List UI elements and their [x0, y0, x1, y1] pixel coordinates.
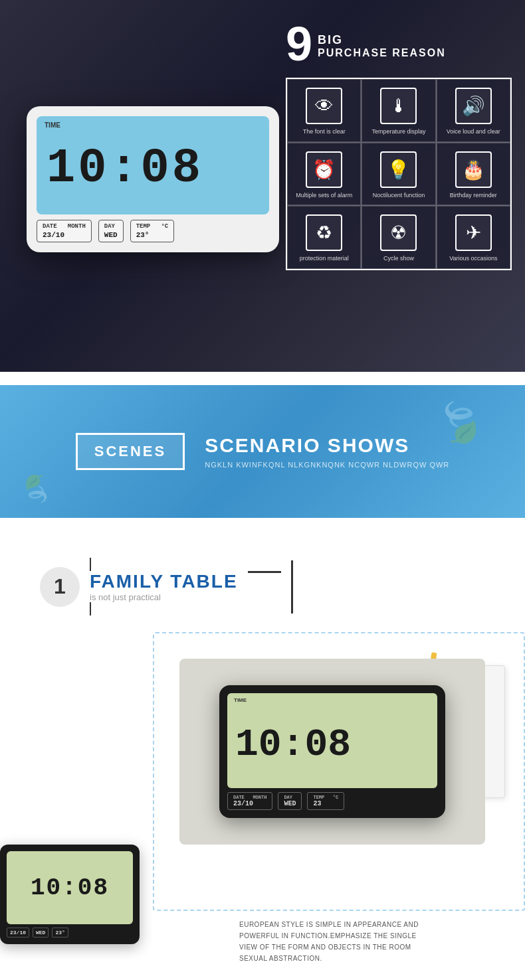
reason-cell-font: 👁 The font is clear — [287, 79, 361, 142]
small-date-cell: 23/10 — [7, 928, 29, 938]
temp-value: 23° — [136, 231, 150, 239]
reason-font-label: The font is clear — [303, 128, 346, 136]
scenario-content: SCENES SCENARIO SHOWS NGKLN KWINFKQNL NL… — [76, 433, 450, 470]
description-text: EUROPEAN STYLE IS SIMPLE IN APPEARANCE A… — [239, 921, 419, 962]
reason-cell-noctilucent: 💡 Noctilucent function — [362, 143, 435, 206]
main-product-image: TIME 10:08 DATE MONTH 23/10 DAY WED TEMP… — [179, 659, 485, 845]
family-number-line-top — [90, 558, 91, 571]
time-label: TIME — [45, 122, 60, 129]
purchase-title: 9 BIG PURCHASE REASON — [286, 20, 512, 68]
clock-temp-cell: TEMP °C 23° — [130, 220, 175, 242]
small-clock-time: 10:08 — [31, 874, 109, 902]
hero-clock-area: TIME 10:08 DATE MONTH 23/10 DAY WED TEMP… — [13, 53, 292, 305]
black-clock-screen: TIME 10:08 — [227, 693, 437, 788]
cake-icon: 🎂 — [455, 151, 492, 188]
black-temp-value: 23 — [313, 800, 321, 807]
leaf-bottom-icon: 🍃 — [15, 469, 57, 509]
black-day-cell: DAY WED — [278, 792, 302, 810]
reason-cell-voice: 🔊 Voice loud and clear — [437, 79, 510, 142]
title-horizontal-line — [248, 571, 281, 573]
cycle-icon: ☢ — [380, 214, 417, 251]
scenario-text-block: SCENARIO SHOWS NGKLN KWINFKQNL NLKGNKNQN… — [205, 434, 449, 469]
day-value: WED — [104, 231, 118, 239]
black-temp-cell: TEMP °C 23 — [307, 792, 344, 810]
small-temp-cell: 23° — [52, 928, 68, 938]
purchase-grid: 9 BIG PURCHASE REASON 👁 The font is clea… — [286, 20, 512, 270]
family-title: FAMILY TABLE — [90, 571, 238, 592]
clock-device-white: TIME 10:08 DATE MONTH 23/10 DAY WED TEMP… — [27, 106, 279, 252]
product-description: EUROPEAN STYLE IS SIMPLE IN APPEARANCE A… — [239, 919, 425, 964]
date-value: 23/10 — [43, 231, 64, 239]
alarm-icon: ⏰ — [306, 151, 342, 188]
black-clock-time: 10:08 — [235, 726, 351, 764]
family-section: 1 FAMILY TABLE is not just practical — [0, 531, 525, 632]
scenes-label: SCENES — [94, 443, 166, 459]
reason-cell-occasions: ✈ Various occasions — [437, 206, 510, 269]
scenes-box: SCENES — [76, 433, 185, 470]
day-label: DAY — [104, 223, 118, 230]
clock-bottom-row: DATE MONTH 23/10 DAY WED TEMP °C 23° — [37, 220, 269, 242]
speaker-icon: 🔊 — [455, 88, 492, 124]
family-title-block: FAMILY TABLE is not just practical — [90, 571, 238, 602]
light-icon: 💡 — [380, 151, 417, 188]
family-subtitle: is not just practical — [90, 592, 238, 602]
reason-cell-protection: ♻ protection material — [287, 206, 361, 269]
temp-label: TEMP °C — [136, 223, 169, 230]
reason-cycle-label: Cycle show — [383, 255, 414, 263]
reason-birthday-label: Birthday reminder — [450, 192, 497, 200]
scenario-section: 🍃 🍃 SCENES SCENARIO SHOWS NGKLN KWINFKQN… — [0, 385, 525, 518]
black-day-value: WED — [284, 800, 296, 807]
reason-noctilucent-label: Noctilucent function — [373, 192, 425, 200]
reason-protection-label: protection material — [300, 255, 349, 263]
reason-temp-label: Temperature display — [371, 128, 425, 136]
clock-date-cell: DATE MONTH 23/10 — [37, 220, 92, 242]
recycle-icon: ♻ — [306, 214, 342, 251]
reason-cell-temperature: 🌡 Temperature display — [362, 79, 435, 142]
scenario-subtitle: NGKLN KWINFKQNL NLKGNKNQNK NCQWR NLDWRQW… — [205, 461, 449, 469]
black-clock-time-label: TIME — [234, 697, 247, 703]
reason-occasions-label: Various occasions — [449, 255, 497, 263]
family-number-circle: 1 — [40, 567, 80, 607]
eye-icon: 👁 — [306, 88, 342, 124]
purchase-reason-label: PURCHASE REASON — [318, 47, 446, 59]
thermometer-icon: 🌡 — [380, 88, 417, 124]
hero-section: TIME 10:08 DATE MONTH 23/10 DAY WED TEMP… — [0, 0, 525, 372]
black-date-cell: DATE MONTH 23/10 — [227, 792, 272, 810]
reason-alarm-label: Multiple sets of alarm — [296, 192, 352, 200]
title-vertical-line — [291, 560, 293, 613]
reasons-grid: 👁 The font is clear 🌡 Temperature displa… — [286, 78, 512, 270]
reason-cell-cycle: ☢ Cycle show — [362, 206, 435, 269]
plane-icon: ✈ — [455, 214, 492, 251]
purchase-number: 9 — [286, 20, 312, 68]
small-day-cell: WED — [33, 928, 49, 938]
clock-screen: TIME 10:08 — [37, 116, 269, 214]
black-clock-bottom: DATE MONTH 23/10 DAY WED TEMP °C 23 — [227, 792, 437, 810]
family-number: 1 — [54, 574, 66, 599]
family-number-row: 1 FAMILY TABLE is not just practical — [40, 558, 525, 615]
reason-cell-birthday: 🎂 Birthday reminder — [437, 143, 510, 206]
clock-time-display: 10:08 — [47, 145, 203, 193]
date-label: DATE MONTH — [43, 223, 86, 230]
reason-cell-alarm: ⏰ Multiple sets of alarm — [287, 143, 361, 206]
small-clock-screen: 10:08 — [7, 851, 133, 924]
family-number-line-bottom — [90, 602, 91, 615]
purchase-big-label: BIG — [318, 33, 446, 47]
black-date-value: 23/10 — [233, 800, 253, 807]
product-section: TIME 10:08 DATE MONTH 23/10 DAY WED TEMP… — [0, 632, 525, 977]
purchase-text-block: BIG PURCHASE REASON — [318, 20, 446, 59]
reason-voice-label: Voice loud and clear — [447, 128, 500, 136]
small-clock-bottom: 23/10 WED 23° — [7, 928, 133, 938]
clock-day-cell: DAY WED — [98, 220, 124, 242]
small-clock-device: 10:08 23/10 WED 23° — [0, 845, 140, 944]
scenario-title: SCENARIO SHOWS — [205, 434, 449, 457]
clock-device-black-main: TIME 10:08 DATE MONTH 23/10 DAY WED TEMP… — [219, 685, 445, 818]
